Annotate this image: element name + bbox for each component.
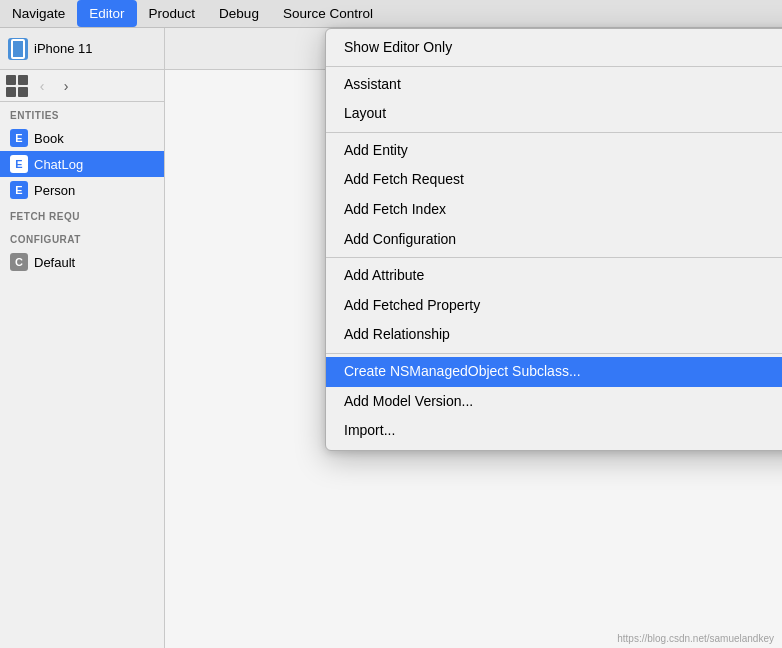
menu-assistant-label: Assistant — [344, 75, 401, 95]
menu-create-nsmanagedobject-subclass[interactable]: Create NSManagedObject Subclass... — [326, 357, 782, 387]
entity-badge-default: C — [10, 253, 28, 271]
entities-section-label: ENTITIES — [0, 102, 164, 125]
menubar-product[interactable]: Product — [137, 0, 208, 27]
menubar-navigate[interactable]: Navigate — [0, 0, 77, 27]
menu-add-entity[interactable]: Add Entity — [326, 136, 782, 166]
menu-add-configuration-label: Add Configuration — [344, 230, 456, 250]
entity-badge-book: E — [10, 129, 28, 147]
entity-name-chatlog: ChatLog — [34, 157, 83, 172]
menu-import[interactable]: Import... — [326, 416, 782, 446]
menu-add-configuration[interactable]: Add Configuration — [326, 225, 782, 255]
menu-add-model-version-label: Add Model Version... — [344, 392, 473, 412]
menu-layout[interactable]: Layout ▶ — [326, 99, 782, 129]
separator-2 — [326, 132, 782, 133]
menubar-source-control[interactable]: Source Control — [271, 0, 385, 27]
back-button[interactable]: ‹ — [32, 76, 52, 96]
menu-add-attribute-label: Add Attribute — [344, 266, 424, 286]
menu-add-entity-label: Add Entity — [344, 141, 408, 161]
config-default[interactable]: C Default — [0, 249, 164, 275]
forward-button[interactable]: › — [56, 76, 76, 96]
menu-add-relationship[interactable]: Add Relationship — [326, 320, 782, 350]
menu-add-fetch-index-label: Add Fetch Index — [344, 200, 446, 220]
device-icon — [8, 38, 28, 60]
menu-add-model-version[interactable]: Add Model Version... — [326, 387, 782, 417]
device-header: iPhone 11 — [0, 28, 164, 70]
menu-assistant[interactable]: Assistant ^⌥⌘↩ — [326, 70, 782, 100]
device-label: iPhone 11 — [34, 41, 93, 56]
menu-add-relationship-label: Add Relationship — [344, 325, 450, 345]
entity-book[interactable]: E Book — [0, 125, 164, 151]
menubar-debug[interactable]: Debug — [207, 0, 271, 27]
sidebar: iPhone 11 ‹ › ENTITIES E Book E ChatLog … — [0, 28, 165, 648]
sidebar-toolbar: ‹ › — [0, 70, 164, 102]
entity-badge-person: E — [10, 181, 28, 199]
menu-show-editor-only[interactable]: Show Editor Only ⌘↩ — [326, 33, 782, 63]
entity-badge-chatlog: E — [10, 155, 28, 173]
menu-create-nsmanagedobject-subclass-label: Create NSManagedObject Subclass... — [344, 362, 581, 382]
entity-person[interactable]: E Person — [0, 177, 164, 203]
menu-add-fetch-index[interactable]: Add Fetch Index — [326, 195, 782, 225]
menu-import-label: Import... — [344, 421, 395, 441]
editor-dropdown-menu: Show Editor Only ⌘↩ Assistant ^⌥⌘↩ Layou… — [325, 28, 782, 451]
main-area: iPhone 11 ‹ › ENTITIES E Book E ChatLog … — [0, 28, 782, 648]
menu-add-attribute[interactable]: Add Attribute — [326, 261, 782, 291]
menu-add-fetched-property-label: Add Fetched Property — [344, 296, 480, 316]
fetch-requests-section-label: FETCH REQU — [0, 203, 164, 226]
menu-add-fetch-request-label: Add Fetch Request — [344, 170, 464, 190]
menu-layout-label: Layout — [344, 104, 386, 124]
entity-name-person: Person — [34, 183, 75, 198]
entity-name-book: Book — [34, 131, 64, 146]
separator-1 — [326, 66, 782, 67]
menu-add-fetch-request[interactable]: Add Fetch Request — [326, 165, 782, 195]
separator-4 — [326, 353, 782, 354]
separator-3 — [326, 257, 782, 258]
menu-add-fetched-property[interactable]: Add Fetched Property — [326, 291, 782, 321]
menu-show-editor-only-label: Show Editor Only — [344, 38, 452, 58]
config-name-default: Default — [34, 255, 75, 270]
menubar: Navigate Editor Product Debug Source Con… — [0, 0, 782, 28]
entity-chatlog[interactable]: E ChatLog — [0, 151, 164, 177]
content-area: Show Editor Only ⌘↩ Assistant ^⌥⌘↩ Layou… — [165, 28, 782, 648]
menubar-editor[interactable]: Editor — [77, 0, 136, 27]
watermark: https://blog.csdn.net/samuelandkey — [617, 633, 774, 644]
grid-view-icon[interactable] — [6, 75, 28, 97]
configuration-section-label: CONFIGURAT — [0, 226, 164, 249]
